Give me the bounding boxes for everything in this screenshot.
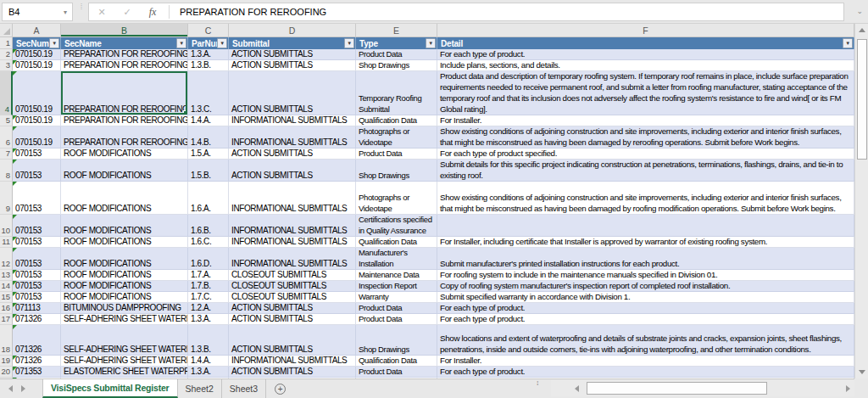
cell-E8[interactable]: Shop Drawings (356, 160, 437, 182)
cell-A8[interactable]: 070153 (13, 160, 61, 182)
cell-B16[interactable]: BITUMINOUS DAMPPROOFING (61, 303, 188, 314)
row-header-10[interactable]: 10 (0, 215, 13, 237)
cell-C10[interactable]: 1.6.B. (188, 215, 229, 237)
cell-D11[interactable]: INFORMATIONAL SUBMITTALS (229, 237, 356, 248)
cell-C16[interactable]: 1.2.A. (188, 303, 229, 314)
row-header-14[interactable]: 14 (0, 281, 13, 292)
filter-dropdown-icon[interactable]: ▼ (843, 38, 853, 48)
cell-B15[interactable]: ROOF MODIFICATIONS (61, 292, 188, 303)
column-header-B[interactable]: B (61, 24, 188, 37)
vertical-scrollbar-thumb[interactable] (857, 39, 867, 160)
cell-A9[interactable]: 070153 (13, 182, 61, 215)
cell-E2[interactable]: Product Data (356, 49, 437, 60)
cell-B12[interactable]: ROOF MODIFICATIONS (61, 248, 188, 270)
scroll-right-icon[interactable] (841, 380, 854, 396)
cell-C20[interactable]: 1.3.A. (188, 367, 229, 378)
scroll-down-icon[interactable] (855, 366, 868, 378)
cell-E13[interactable]: Maintenance Data (356, 270, 437, 281)
cell-F5[interactable]: For Installer. (437, 115, 854, 126)
cell-F13[interactable]: For roofing system to include in the mai… (437, 270, 854, 281)
filter-dropdown-icon[interactable]: ▼ (217, 38, 227, 48)
column-header-C[interactable]: C (188, 24, 229, 37)
cell-C15[interactable]: 1.7.C. (188, 292, 229, 303)
cell-F6[interactable]: Show existing conditions of adjoining co… (437, 126, 854, 149)
cell-C3[interactable]: 1.3.B. (188, 60, 229, 71)
cell-D17[interactable]: ACTION SUBMITTALS (229, 314, 356, 325)
row-header-8[interactable]: 8 (0, 160, 13, 182)
row-header-13[interactable]: 13 (0, 270, 13, 281)
cell-F14[interactable]: Copy of roofing system manufacturer's in… (437, 281, 854, 292)
cell-E11[interactable]: Qualification Data (356, 237, 437, 248)
cell-D10[interactable]: INFORMATIONAL SUBMITTALS (229, 215, 356, 237)
cell-F11[interactable]: For Installer, including certificate tha… (437, 237, 854, 248)
row-header-17[interactable]: 17 (0, 314, 13, 325)
table-header-submittal[interactable]: Submittal▼ (229, 37, 356, 49)
cell-D4[interactable]: ACTION SUBMITTALS (229, 71, 356, 115)
cell-F18[interactable]: Show locations and extent of waterproofi… (437, 325, 854, 356)
row-header-18[interactable]: 18 (0, 325, 13, 356)
cell-A12[interactable]: 070153 (13, 248, 61, 270)
cell-C8[interactable]: 1.5.B. (188, 160, 229, 182)
cell-B2[interactable]: PREPARATION FOR REROOFING (61, 49, 188, 60)
cell-A3[interactable]: 070150.19 (13, 60, 61, 71)
cell-C14[interactable]: 1.7.B. (188, 281, 229, 292)
cell-B13[interactable]: ROOF MODIFICATIONS (61, 270, 188, 281)
row-header-5[interactable]: 5 (0, 115, 13, 126)
select-all-corner[interactable] (0, 24, 13, 37)
cell-D8[interactable]: ACTION SUBMITTALS (229, 160, 356, 182)
tab-sheet2[interactable]: Sheet2 (178, 379, 222, 398)
new-sheet-button[interactable]: + (275, 379, 286, 398)
cell-B11[interactable]: ROOF MODIFICATIONS (61, 237, 188, 248)
cell-E18[interactable]: Shop Drawings (356, 325, 437, 356)
cell-F12[interactable]: Submit manufacturer's printed installati… (437, 248, 854, 270)
name-box[interactable]: B4 ▾ (2, 3, 73, 21)
cell-E6[interactable]: Photographs or Videotape (356, 126, 437, 149)
scroll-up-icon[interactable] (855, 24, 868, 36)
cell-D3[interactable]: ACTION SUBMITTALS (229, 60, 356, 71)
previous-sheet-icon[interactable] (8, 385, 13, 392)
cell-B6[interactable]: PREPARATION FOR REROOFING (61, 126, 188, 149)
filter-dropdown-icon[interactable]: ▼ (344, 38, 354, 48)
formula-bar-splitter[interactable]: ⁞ (76, 5, 86, 19)
vertical-scrollbar[interactable] (854, 24, 868, 378)
cell-E19[interactable]: Qualification Data (356, 356, 437, 367)
cell-D19[interactable]: INFORMATIONAL SUBMITTALS (229, 356, 356, 367)
cell-E14[interactable]: Inspection Report (356, 281, 437, 292)
cell-E9[interactable]: Photographs or Videotape (356, 182, 437, 215)
cell-F2[interactable]: For each type of product. (437, 49, 854, 60)
cell-A15[interactable]: 070153 (13, 292, 61, 303)
cell-A20[interactable]: 071353 (13, 367, 61, 378)
cell-B3[interactable]: PREPARATION FOR REROOFING (61, 60, 188, 71)
cell-D12[interactable]: INFORMATIONAL SUBMITTALS (229, 248, 356, 270)
cell-A17[interactable]: 071326 (13, 314, 61, 325)
cell-C5[interactable]: 1.4.A. (188, 115, 229, 126)
cell-B7[interactable]: ROOF MODIFICATIONS (61, 149, 188, 160)
row-header-11[interactable]: 11 (0, 237, 13, 248)
cell-A2[interactable]: 070150.19 (13, 49, 61, 60)
cell-D15[interactable]: CLOSEOUT SUBMITTALS (229, 292, 356, 303)
cell-E15[interactable]: Warranty (356, 292, 437, 303)
cell-D9[interactable]: INFORMATIONAL SUBMITTALS (229, 182, 356, 215)
column-header-F[interactable]: F (437, 24, 854, 37)
cell-B17[interactable]: SELF-ADHERING SHEET WATERPROOF (61, 314, 188, 325)
row-header-3[interactable]: 3 (0, 60, 13, 71)
column-header-A[interactable]: A (13, 24, 61, 37)
filter-dropdown-icon[interactable]: ▼ (176, 38, 186, 48)
cell-D16[interactable]: ACTION SUBMITTALS (229, 303, 356, 314)
cell-E20[interactable]: Product Data (356, 367, 437, 378)
cell-F15[interactable]: Submit specified warranty in accordance … (437, 292, 854, 303)
cell-C4[interactable]: 1.3.C. (188, 71, 229, 115)
cell-A7[interactable]: 070153 (13, 149, 61, 160)
cell-F9[interactable]: Show existing conditions of adjoining co… (437, 182, 854, 215)
table-header-parnum[interactable]: ParNum▼ (188, 37, 229, 49)
row-header-16[interactable]: 16 (0, 303, 13, 314)
cell-D18[interactable]: ACTION SUBMITTALS (229, 325, 356, 356)
cell-A18[interactable]: 071326 (13, 325, 61, 356)
cell-B9[interactable]: ROOF MODIFICATIONS (61, 182, 188, 215)
cell-C6[interactable]: 1.4.B. (188, 126, 229, 149)
column-header-D[interactable]: D (229, 24, 356, 37)
cell-B5[interactable]: PREPARATION FOR REROOFING (61, 115, 188, 126)
cell-D13[interactable]: CLOSEOUT SUBMITTALS (229, 270, 356, 281)
cell-B8[interactable]: ROOF MODIFICATIONS (61, 160, 188, 182)
row-header-12[interactable]: 12 (0, 248, 13, 270)
